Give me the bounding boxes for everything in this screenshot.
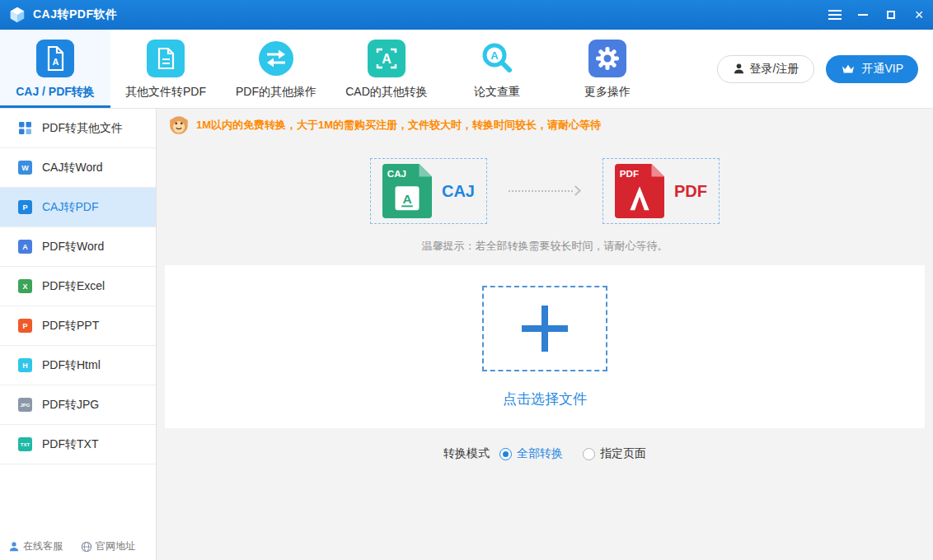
mode-option-pages[interactable]: 指定页面: [583, 446, 646, 461]
svg-text:A: A: [490, 49, 499, 62]
notice-text: 1M以内的免费转换，大于1M的需购买注册，文件较大时，转换时间较长，请耐心等待: [196, 118, 601, 133]
mode-label: 转换模式: [443, 446, 490, 461]
svg-text:A: A: [382, 52, 391, 66]
file-dropzone[interactable]: [482, 286, 607, 371]
minimize-icon[interactable]: [849, 0, 877, 30]
tab-plagiarism-check[interactable]: A 论文查重: [442, 30, 552, 108]
close-icon[interactable]: ×: [905, 0, 933, 30]
login-button[interactable]: 登录/注册: [717, 55, 815, 83]
source-format-label: CAJ: [442, 182, 475, 201]
crown-icon: [841, 63, 856, 75]
app-window: CAJ转PDF软件 × A CAJ / PDF转换 其他文件转PDF PDF的: [0, 0, 933, 560]
word-page-icon: A: [18, 240, 32, 254]
nav-right-actions: 登录/注册 开通VIP: [717, 30, 933, 108]
menu-icon[interactable]: [821, 0, 849, 30]
file-select-panel: 点击选择文件: [165, 265, 925, 428]
sidebar-item-label: CAJ转Word: [42, 161, 103, 175]
sidebar-item-pdf-to-html[interactable]: H PDF转Html: [0, 346, 156, 385]
sidebar-item-label: PDF转TXT: [42, 437, 98, 452]
sidebar-item-pdf-to-excel[interactable]: X PDF转Excel: [0, 267, 156, 306]
sidebar-item-caj-to-pdf[interactable]: P CAJ转PDF: [0, 188, 156, 227]
tab-label: CAJ / PDF转换: [16, 85, 95, 100]
sidebar-item-label: CAJ转PDF: [42, 200, 98, 215]
window-controls: ×: [821, 0, 933, 30]
customer-service-label: 在线客服: [23, 539, 63, 553]
select-file-label[interactable]: 点击选择文件: [503, 390, 587, 408]
target-format-label: PDF: [674, 182, 707, 201]
radio-all-icon[interactable]: [499, 448, 512, 460]
tab-label: PDF的其他操作: [236, 85, 316, 100]
svg-text:CAJ: CAJ: [387, 168, 406, 179]
sidebar-item-label: PDF转Excel: [42, 279, 105, 294]
titlebar: CAJ转PDF软件 ×: [0, 0, 933, 30]
mode-option-all[interactable]: 全部转换: [499, 446, 563, 461]
open-vip-button[interactable]: 开通VIP: [826, 55, 918, 83]
app-title: CAJ转PDF软件: [33, 7, 118, 22]
person-icon: [733, 63, 745, 75]
vip-label: 开通VIP: [861, 62, 903, 77]
conversion-arrow-icon: [509, 185, 581, 197]
maximize-icon[interactable]: [877, 0, 905, 30]
ppt-icon: P: [18, 319, 32, 333]
mode-option-all-label: 全部转换: [517, 446, 563, 461]
tab-label: 论文查重: [474, 85, 520, 100]
sidebar-item-caj-to-word[interactable]: W CAJ转Word: [0, 148, 156, 188]
tab-cad-convert[interactable]: A CAD的其他转换: [331, 30, 442, 108]
app-logo-icon: [8, 6, 26, 24]
pdf-file-badge-icon: PDF: [615, 164, 664, 218]
website-link[interactable]: 官网地址: [81, 539, 135, 553]
sidebar-item-pdf-to-jpg[interactable]: JPG PDF转JPG: [0, 385, 156, 425]
tab-label: 其他文件转PDF: [125, 85, 206, 100]
target-format-box: PDF PDF: [602, 158, 720, 224]
html-icon: H: [18, 358, 32, 372]
sidebar-footer: 在线客服 官网地址: [8, 539, 135, 553]
conversion-mode-row: 转换模式 全部转换 指定页面: [157, 446, 933, 461]
globe-icon: [81, 541, 92, 553]
gear-icon: [588, 40, 626, 77]
sidebar-item-pdf-to-other[interactable]: PDF转其他文件: [0, 109, 156, 148]
svg-text:A: A: [402, 192, 411, 206]
pdf-file-icon: A: [36, 40, 74, 77]
sidebar-item-label: PDF转Html: [42, 358, 101, 373]
main-content: 1M以内的免费转换，大于1M的需购买注册，文件较大时，转换时间较长，请耐心等待 …: [157, 109, 933, 560]
sidebar-item-label: PDF转其他文件: [42, 121, 123, 136]
tip-text: 温馨提示：若全部转换需要较长时间，请耐心等待。: [157, 239, 933, 254]
radio-pages-icon[interactable]: [583, 448, 595, 460]
cad-frame-icon: A: [368, 40, 406, 77]
tab-other-to-pdf[interactable]: 其他文件转PDF: [110, 30, 221, 108]
tab-label: 更多操作: [584, 85, 631, 100]
excel-icon: X: [18, 279, 32, 293]
plus-icon: [522, 306, 568, 352]
monkey-mascot-icon: [168, 114, 190, 136]
top-navigation: A CAJ / PDF转换 其他文件转PDF PDF的其他操作 A CAD的其他…: [0, 30, 933, 109]
sync-arrows-icon: [257, 40, 295, 77]
pdf-icon: P: [18, 200, 32, 214]
tab-caj-pdf-convert[interactable]: A CAJ / PDF转换: [0, 30, 110, 108]
sidebar-item-pdf-to-txt[interactable]: TXT PDF转TXT: [0, 425, 156, 464]
login-label: 登录/注册: [750, 62, 799, 77]
tab-label: CAD的其他转换: [345, 85, 428, 100]
sidebar-item-label: PDF转JPG: [42, 398, 99, 413]
grid-icon: [18, 121, 32, 135]
support-person-icon: [8, 541, 20, 553]
tab-pdf-other-ops[interactable]: PDF的其他操作: [221, 30, 331, 108]
magnifier-icon: A: [478, 40, 516, 77]
svg-text:A: A: [53, 57, 59, 67]
jpg-icon: JPG: [18, 398, 32, 412]
word-icon: W: [18, 161, 32, 175]
tab-more-actions[interactable]: 更多操作: [552, 30, 663, 108]
sidebar-item-label: PDF转PPT: [42, 319, 99, 334]
sidebar-item-label: PDF转Word: [42, 240, 104, 254]
website-label: 官网地址: [96, 539, 135, 553]
sidebar-item-pdf-to-ppt[interactable]: P PDF转PPT: [0, 306, 156, 346]
conversion-diagram: CAJ A CAJ: [157, 158, 933, 224]
mode-option-pages-label: 指定页面: [600, 446, 646, 461]
sidebar: PDF转其他文件 W CAJ转Word P CAJ转PDF A PDF转Word…: [0, 109, 157, 560]
caj-file-icon: CAJ A: [382, 164, 432, 218]
svg-text:PDF: PDF: [620, 168, 639, 179]
source-format-box: CAJ A CAJ: [370, 158, 487, 224]
txt-icon: TXT: [18, 437, 32, 451]
sidebar-item-pdf-to-word[interactable]: A PDF转Word: [0, 227, 156, 267]
document-icon: [147, 40, 185, 77]
customer-service-link[interactable]: 在线客服: [8, 539, 63, 553]
